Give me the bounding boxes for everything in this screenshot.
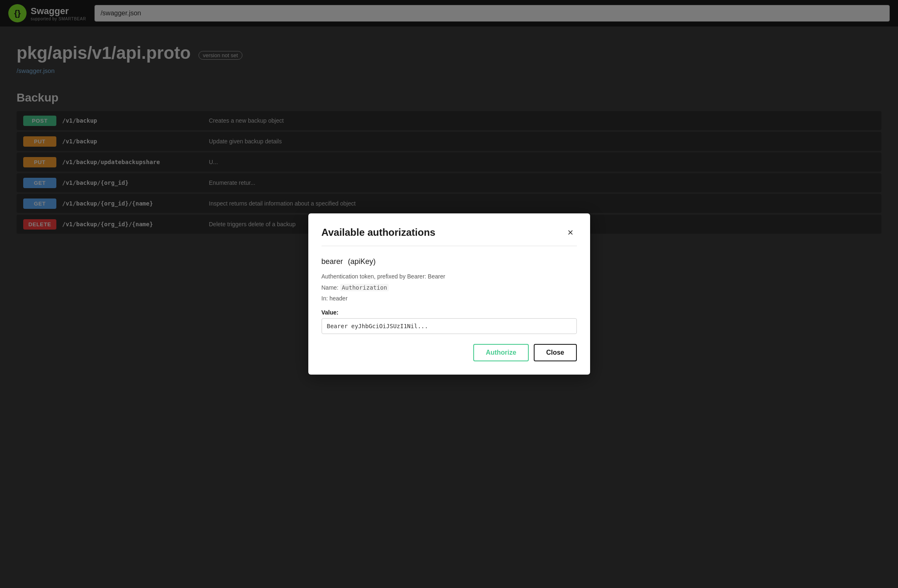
modal-header: Available authorizations ×	[322, 226, 577, 246]
modal-title: Available authorizations	[322, 227, 436, 238]
auth-modal: Available authorizations × bearer (apiKe…	[308, 213, 590, 374]
auth-scheme-type: (apiKey)	[348, 257, 376, 266]
modal-close-button[interactable]: ×	[564, 226, 576, 239]
auth-in-label: In:	[322, 295, 328, 302]
auth-scheme-title: bearer (apiKey)	[322, 256, 577, 266]
close-button[interactable]: Close	[534, 344, 577, 361]
auth-scheme-name: bearer	[322, 257, 343, 266]
value-input[interactable]	[322, 318, 577, 334]
auth-name-value: Authorization	[340, 284, 389, 291]
auth-section: bearer (apiKey) Authentication token, pr…	[322, 256, 577, 334]
modal-footer: Authorize Close	[322, 344, 577, 361]
auth-in-row: In: header	[322, 294, 577, 303]
authorize-button[interactable]: Authorize	[473, 344, 529, 361]
value-label: Value:	[322, 309, 577, 316]
auth-name-label: Name:	[322, 284, 339, 291]
auth-name-row: Name: Authorization	[322, 283, 577, 292]
modal-overlay: Available authorizations × bearer (apiKe…	[0, 0, 898, 588]
auth-in-value: header	[329, 295, 348, 302]
auth-description: Authentication token, prefixed by Bearer…	[322, 272, 577, 281]
